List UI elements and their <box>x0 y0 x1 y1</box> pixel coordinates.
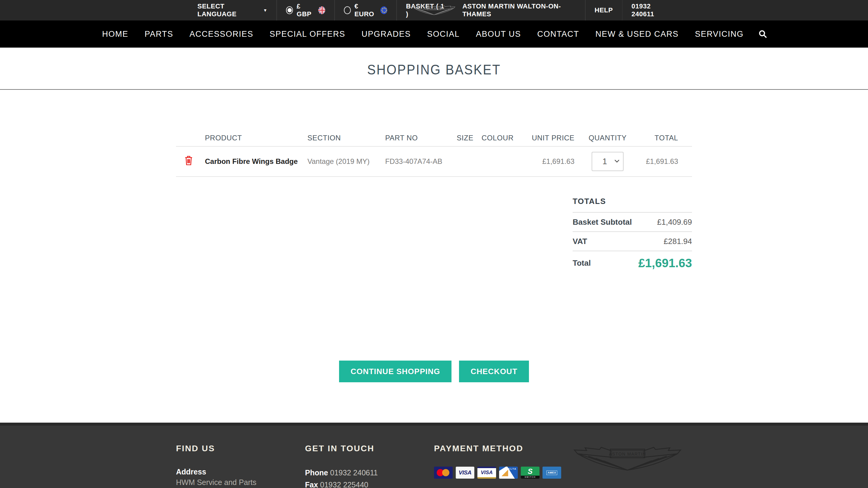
phone-row: Phone 01932 240611 <box>305 466 434 479</box>
continue-shopping-button[interactable]: CONTINUE SHOPPING <box>339 361 452 382</box>
aston-martin-logo[interactable] <box>411 2 458 18</box>
eu-flag-icon <box>380 6 387 14</box>
cell-product: Carbon Fibre Wings Badge <box>196 157 302 166</box>
header-colour: COLOUR <box>478 134 517 142</box>
phone-number[interactable]: 01932 240611 <box>622 0 680 21</box>
payment-icons: VISA VISA DELTA S SWITCH AMEX <box>434 466 563 479</box>
basket-actions: CONTINUE SHOPPING CHECKOUT <box>176 361 692 382</box>
nav-item-servicing[interactable]: SERVICING <box>687 30 752 39</box>
fax-row-value: 01932 225440 <box>320 481 368 488</box>
vat-row: VAT £281.94 <box>572 231 692 251</box>
nav-item-contact[interactable]: CONTACT <box>529 30 587 39</box>
grand-total-label: Total <box>572 258 591 268</box>
checkout-button[interactable]: CHECKOUT <box>459 361 529 382</box>
delta-card-icon: DELTA <box>499 466 518 479</box>
help-label: HELP <box>595 6 613 14</box>
delta-icon-text: DELTA <box>506 467 517 470</box>
footer-get-in-touch: GET IN TOUCH Phone 01932 240611 Fax 0193… <box>305 444 434 488</box>
nav-item-accessories[interactable]: ACCESSORIES <box>181 30 261 39</box>
vat-label: VAT <box>572 237 587 246</box>
header-part-no: PART NO <box>380 134 452 142</box>
totals-title: TOTALS <box>572 197 692 206</box>
language-selector[interactable]: SELECT LANGUAGE ▼ <box>188 0 276 21</box>
basket-table-header-row: PRODUCT SECTION PART NO SIZE COLOUR UNIT… <box>176 130 692 147</box>
visa-icon: VISA <box>456 466 474 479</box>
nav-item-new-used-cars[interactable]: NEW & USED CARS <box>587 30 687 39</box>
quantity-select[interactable]: 1 <box>592 152 624 171</box>
heritage-wordmark: HERITAGE <box>563 484 692 488</box>
subtotal-row: Basket Subtotal £1,409.69 <box>572 212 692 231</box>
footer-payment: PAYMENT METHOD VISA VISA DELTA S SWITCH <box>434 444 563 488</box>
header-total: TOTAL <box>638 134 692 142</box>
nav-item-upgrades[interactable]: UPGRADES <box>353 30 419 39</box>
fax-row: Fax 01932 225440 <box>305 479 434 488</box>
address-label: Address <box>176 466 305 477</box>
gbp-label: £ GBP <box>297 2 315 18</box>
trash-icon <box>184 162 193 167</box>
grand-total-value: £1,691.63 <box>638 256 692 270</box>
header-unit-price: UNIT PRICE <box>517 134 578 142</box>
page-header: SHOPPING BASKET <box>0 47 868 90</box>
cell-unit-price: £1,691.63 <box>517 157 578 166</box>
phone-row-label: Phone <box>305 468 328 477</box>
nav-item-about-us[interactable]: ABOUT US <box>468 30 529 39</box>
switch-icon-text: SWITCH <box>521 476 539 479</box>
header-product: PRODUCT <box>196 134 302 142</box>
euro-label: € EURO <box>354 2 377 18</box>
aston-martin-heritage-wings-icon <box>568 467 687 473</box>
address-line: HWM Service and Parts <box>176 477 305 488</box>
amex-icon-text: AMEX <box>547 470 557 475</box>
nav-item-special-offers[interactable]: SPECIAL OFFERS <box>261 30 353 39</box>
footer-heritage: HERITAGE <box>563 440 692 488</box>
subtotal-label: Basket Subtotal <box>572 218 632 227</box>
footer: FIND US Address HWM Service and Parts Ne… <box>0 423 868 488</box>
payment-method-title: PAYMENT METHOD <box>434 444 563 453</box>
switch-card-icon: S SWITCH <box>521 466 539 479</box>
table-row: Carbon Fibre Wings Badge Vantage (2019 M… <box>176 147 692 177</box>
help-link[interactable]: HELP <box>586 0 622 21</box>
get-in-touch-title: GET IN TOUCH <box>305 444 434 453</box>
language-selector-label: SELECT LANGUAGE <box>197 2 258 18</box>
nav-item-parts[interactable]: PARTS <box>136 30 181 39</box>
mastercard-icon <box>434 466 453 479</box>
nav-item-home[interactable]: HOME <box>94 30 136 39</box>
cell-part-no: FD33-407A74-AB <box>380 157 452 166</box>
page-title: SHOPPING BASKET <box>367 61 501 78</box>
phone-row-value: 01932 240611 <box>330 468 378 477</box>
phone-label: 01932 240611 <box>631 2 671 18</box>
visa-debit-icon-text: VISA <box>481 469 493 476</box>
header-section: SECTION <box>302 134 380 142</box>
switch-icon-glyph: S <box>528 467 532 476</box>
cell-section: Vantage (2019 MY) <box>302 157 380 166</box>
uk-flag-icon <box>318 6 325 14</box>
gbp-radio[interactable] <box>286 6 293 14</box>
visa-icon-text: VISA <box>459 469 471 476</box>
euro-radio[interactable] <box>344 6 351 14</box>
cell-total: £1,691.63 <box>638 157 692 166</box>
vat-value: £281.94 <box>664 237 692 246</box>
amex-icon: AMEX <box>542 466 561 479</box>
footer-find-us: FIND US Address HWM Service and Parts Ne… <box>176 444 305 488</box>
subtotal-value: £1,409.69 <box>657 218 692 227</box>
fax-row-label: Fax <box>305 481 318 488</box>
caret-down-icon: ▼ <box>263 8 267 13</box>
basket-table: PRODUCT SECTION PART NO SIZE COLOUR UNIT… <box>176 130 692 177</box>
nav-item-social[interactable]: SOCIAL <box>419 30 468 39</box>
quantity-control: 1 <box>592 152 624 171</box>
visa-debit-icon: VISA <box>477 466 496 479</box>
header-quantity: QUANTITY <box>578 134 638 142</box>
currency-euro-option[interactable]: € EURO <box>335 0 397 21</box>
dealer-name: ASTON MARTIN WALTON-ON-THAMES <box>453 0 585 21</box>
main-nav: HOME PARTS ACCESSORIES SPECIAL OFFERS UP… <box>0 21 868 47</box>
currency-gbp-option[interactable]: £ GBP <box>277 0 334 21</box>
delete-item-button[interactable] <box>184 155 193 166</box>
topbar-right-group: ASTON MARTIN WALTON-ON-THAMES HELP 01932… <box>453 0 680 21</box>
basket-section: PRODUCT SECTION PART NO SIZE COLOUR UNIT… <box>176 130 692 382</box>
grand-total-row: Total £1,691.63 <box>572 251 692 275</box>
topbar: SELECT LANGUAGE ▼ £ GBP € EURO <box>0 0 868 21</box>
totals-panel: TOTALS Basket Subtotal £1,409.69 VAT £28… <box>572 197 692 275</box>
search-icon[interactable] <box>752 30 774 38</box>
header-size: SIZE <box>452 134 478 142</box>
dealer-name-label: ASTON MARTIN WALTON-ON-THAMES <box>462 2 576 18</box>
find-us-title: FIND US <box>176 444 305 453</box>
